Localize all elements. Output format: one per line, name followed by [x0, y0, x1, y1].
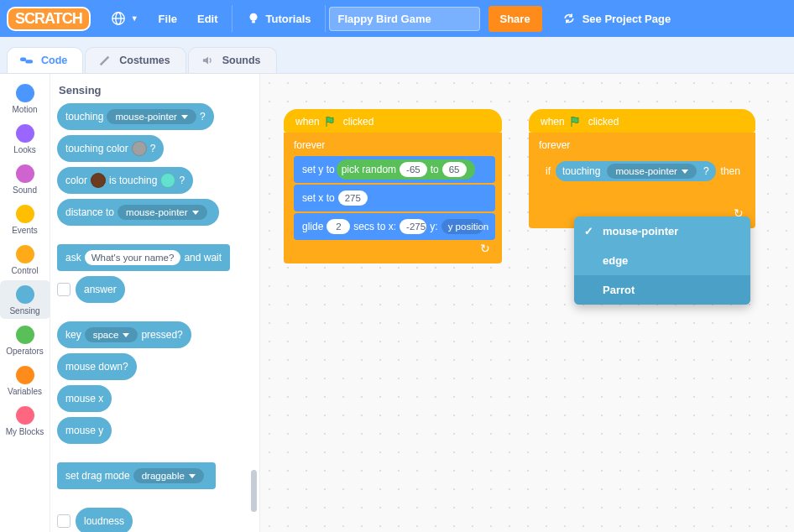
lightbulb-icon — [246, 11, 261, 26]
file-menu[interactable]: File — [149, 0, 187, 37]
block-key-pressed[interactable]: key space pressed? — [57, 321, 191, 348]
block-mouse-x[interactable]: mouse x — [57, 385, 112, 412]
random-to-input[interactable]: 65 — [442, 162, 467, 177]
block-ask[interactable]: ask What's your name? and wait — [57, 244, 230, 271]
palette-title: Sensing — [59, 84, 259, 96]
touching-dropdown[interactable]: mouse-pointer — [107, 109, 196, 124]
block-touching[interactable]: touching mouse-pointer ? — [57, 103, 214, 130]
edit-menu[interactable]: Edit — [187, 0, 228, 37]
scratch-logo[interactable]: SCRATCH — [7, 7, 91, 31]
flag-icon — [570, 116, 583, 128]
y-position-reporter[interactable]: y position — [441, 219, 483, 234]
cat-motion[interactable]: Motion — [0, 79, 50, 117]
palette-scrollbar[interactable] — [251, 470, 257, 512]
refresh-icon — [562, 12, 576, 25]
block-forever[interactable]: forever if touching mouse-pointer ? then… — [529, 133, 755, 228]
touching-dropdown-menu: ✓ mouse-pointer edge Parrot — [574, 216, 750, 305]
svg-rect-6 — [25, 60, 33, 63]
svg-rect-5 — [20, 58, 26, 61]
block-loudness[interactable]: loudness — [76, 508, 133, 532]
dropdown-item-parrot[interactable]: Parrot — [574, 275, 750, 305]
glide-x-input[interactable]: -275 — [400, 219, 426, 234]
cat-variables[interactable]: Variables — [0, 361, 50, 399]
code-icon — [19, 55, 34, 66]
cat-sound[interactable]: Sound — [0, 159, 50, 198]
cat-events[interactable]: Events — [0, 200, 50, 238]
divider — [325, 5, 326, 32]
cat-looks[interactable]: Looks — [0, 119, 50, 158]
tab-sounds[interactable]: Sounds — [188, 47, 277, 73]
cat-sensing[interactable]: Sensing — [0, 280, 50, 319]
touching-dropdown-open[interactable]: mouse-pointer — [607, 164, 697, 179]
distance-dropdown[interactable]: mouse-pointer — [118, 205, 207, 220]
loudness-checkbox[interactable] — [57, 514, 71, 528]
block-touching-boolean[interactable]: touching mouse-pointer ? — [556, 161, 716, 181]
block-glide[interactable]: glide 2 secs to x: -275 y: y position — [294, 213, 495, 240]
drag-dropdown[interactable]: draggable — [133, 468, 204, 483]
block-when-flag-clicked[interactable]: when clicked — [529, 109, 755, 133]
glide-secs-input[interactable]: 2 — [326, 219, 350, 234]
dropdown-item-mouse-pointer[interactable]: ✓ mouse-pointer — [574, 216, 750, 246]
globe-icon — [111, 11, 126, 26]
category-column: Motion Looks Sound Events Control Sensin… — [0, 74, 50, 532]
x-input[interactable]: 275 — [338, 190, 368, 206]
share-button[interactable]: Share — [488, 6, 542, 32]
script-stack-1[interactable]: when clicked forever set y to pick rando… — [284, 109, 502, 263]
brush-icon — [97, 55, 112, 66]
see-project-button[interactable]: See Project Page — [551, 5, 683, 32]
cat-operators[interactable]: Operators — [0, 321, 50, 359]
cat-control[interactable]: Control — [0, 240, 50, 279]
project-title-input[interactable] — [329, 7, 480, 31]
tabs-row: Code Costumes Sounds — [0, 37, 794, 74]
block-set-drag-mode[interactable]: set drag mode draggable — [57, 462, 216, 489]
color-swatch[interactable] — [91, 173, 106, 188]
color-swatch[interactable] — [132, 141, 147, 156]
block-distance-to[interactable]: distance to mouse-pointer — [57, 199, 219, 226]
dropdown-item-edge[interactable]: edge — [574, 246, 750, 275]
menubar: SCRATCH ▼ File Edit Tutorials Share See … — [0, 0, 794, 37]
language-menu[interactable]: ▼ — [101, 0, 149, 37]
tab-code[interactable]: Code — [7, 47, 83, 73]
divider — [232, 5, 232, 32]
block-forever[interactable]: forever set y to pick random -65 to 65 s… — [284, 133, 502, 263]
block-mouse-down[interactable]: mouse down? — [57, 353, 137, 380]
key-dropdown[interactable]: space — [85, 327, 138, 342]
block-if-then[interactable]: if touching mouse-pointer ? then — [539, 156, 749, 186]
tutorials-button[interactable]: Tutorials — [236, 0, 321, 37]
ask-input[interactable]: What's your name? — [85, 250, 181, 265]
script-stack-2[interactable]: when clicked forever if touching mouse-p… — [529, 109, 755, 228]
block-set-y[interactable]: set y to pick random -65 to 65 — [294, 156, 495, 183]
block-pick-random[interactable]: pick random -65 to 65 — [337, 159, 475, 180]
answer-checkbox[interactable] — [57, 283, 71, 296]
workspace[interactable]: when clicked forever set y to pick rando… — [260, 74, 794, 532]
block-answer[interactable]: answer — [76, 276, 125, 303]
svg-point-3 — [249, 13, 257, 21]
block-when-flag-clicked[interactable]: when clicked — [284, 109, 502, 133]
block-set-x[interactable]: set x to 275 — [294, 185, 495, 211]
check-icon: ✓ — [584, 225, 593, 237]
loop-arrow-icon: ↻ — [290, 242, 495, 255]
block-color-is-touching[interactable]: color is touching ? — [57, 167, 193, 194]
tab-costumes[interactable]: Costumes — [85, 47, 185, 73]
random-from-input[interactable]: -65 — [400, 162, 427, 177]
block-touching-color[interactable]: touching color ? — [57, 135, 164, 162]
flag-icon — [325, 116, 338, 128]
main-area: Motion Looks Sound Events Control Sensin… — [0, 74, 794, 532]
svg-rect-4 — [252, 21, 255, 23]
block-palette: Sensing touching mouse-pointer ? touchin… — [50, 74, 260, 532]
block-mouse-y[interactable]: mouse y — [57, 417, 112, 444]
color-swatch[interactable] — [160, 173, 175, 188]
sound-icon — [201, 55, 216, 66]
cat-myblocks[interactable]: My Blocks — [0, 401, 50, 440]
